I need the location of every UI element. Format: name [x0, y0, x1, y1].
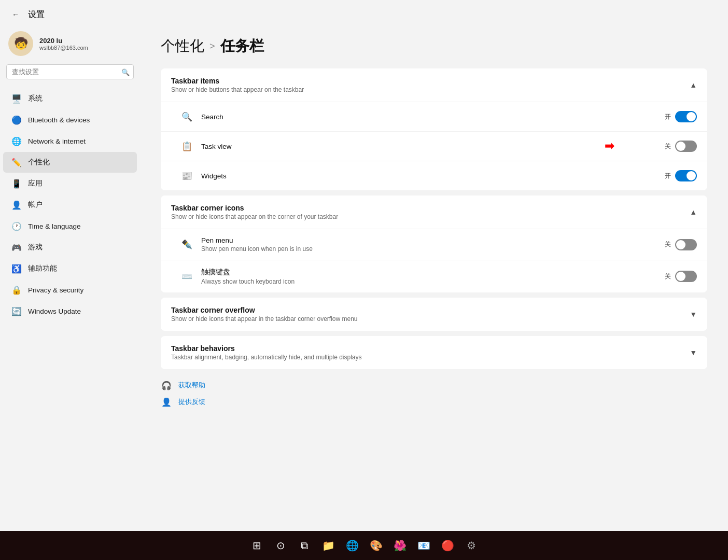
section-header-taskbar-corner-icons[interactable]: Taskbar corner icons Show or hide icons … — [161, 195, 707, 229]
apps-icon: 📱 — [11, 178, 22, 189]
chevron-taskbar-items: ▲ — [690, 81, 697, 89]
section-taskbar-corner-overflow: Taskbar corner overflow Show or hide ico… — [161, 298, 707, 331]
breadcrumb-sep: > — [209, 41, 215, 52]
nav-list: 🖥️ 系统 🔵 Bluetooth & devices 🌐 Network & … — [0, 88, 140, 322]
app-title: 设置 — [28, 9, 45, 20]
breadcrumb: 个性化 — [161, 36, 204, 56]
section-header-taskbar-behaviors[interactable]: Taskbar behaviors Taskbar alignment, bad… — [161, 336, 707, 369]
search-input[interactable] — [6, 64, 134, 79]
search-toggle-area: 开 — [665, 111, 697, 122]
help-link-feedback[interactable]: 👤 提供反馈 — [161, 396, 707, 408]
setting-item-taskview: 📋 Task view ➡ 关 — [161, 132, 707, 161]
pen-menu-icon: ✒️ — [179, 237, 194, 252]
section-title-taskbar-corner-icons: Taskbar corner icons — [171, 204, 338, 212]
accounts-icon: 👤 — [11, 200, 22, 210]
pen-menu-toggle-label: 关 — [665, 240, 671, 249]
pen-menu-toggle-area: 关 — [665, 239, 697, 250]
network-icon: 🌐 — [11, 136, 22, 146]
taskbar-icon-chrome-color[interactable]: 🎨 — [366, 535, 386, 556]
section-desc-taskbar-corner-overflow: Show or hide icons that appear in the ta… — [171, 315, 358, 323]
sections-container: Taskbar items Show or hide buttons that … — [161, 68, 707, 369]
section-items-taskbar-corner-icons: ✒️ Pen menu Show pen menu icon when pen … — [161, 229, 707, 292]
taskbar-icon-chrome[interactable]: 🔴 — [437, 535, 458, 556]
section-desc-taskbar-corner-icons: Show or hide icons that appear on the co… — [171, 213, 338, 220]
taskbar-icon-files[interactable]: 📁 — [318, 535, 339, 556]
sidebar-item-label: Bluetooth & devices — [28, 116, 90, 124]
pen-menu-label: Pen menu — [201, 236, 665, 244]
widgets-toggle-label: 开 — [665, 172, 671, 180]
widgets-icon: 📰 — [179, 169, 194, 183]
section-header-taskbar-corner-overflow[interactable]: Taskbar corner overflow Show or hide ico… — [161, 298, 707, 331]
personalization-icon: ✏️ — [11, 157, 22, 167]
sidebar-item-system[interactable]: 🖥️ 系统 — [3, 88, 137, 109]
setting-item-pen-menu: ✒️ Pen menu Show pen menu icon when pen … — [161, 229, 707, 260]
sidebar-item-privacy[interactable]: 🔒 Privacy & security — [3, 279, 137, 300]
title-bar: ← 设置 — [0, 0, 728, 26]
sidebar-item-accessibility[interactable]: ♿ 辅助功能 — [3, 258, 137, 279]
sidebar-item-label: 帐户 — [28, 200, 43, 209]
help-section: 🎧 获取帮助 👤 提供反馈 — [161, 380, 707, 408]
sidebar-item-gaming[interactable]: 🎮 游戏 — [3, 237, 137, 258]
sidebar-item-label: 系统 — [28, 94, 43, 103]
taskbar-icons: ⊞⊙⧉📁🌐🎨🌺📧🔴⚙ — [246, 535, 482, 556]
taskbar-icon-taskview[interactable]: ⧉ — [294, 535, 315, 556]
setting-item-search: 🔍 Search 开 — [161, 102, 707, 132]
touch-keyboard-sublabel: Always show touch keyboard icon — [201, 278, 665, 285]
sidebar-item-update[interactable]: 🔄 Windows Update — [3, 301, 137, 321]
feedback-label: 提供反馈 — [178, 397, 205, 407]
feedback-icon: 👤 — [161, 396, 172, 408]
taskbar-icon-edge[interactable]: 🌐 — [342, 535, 362, 556]
widgets-label: Widgets — [201, 172, 665, 180]
taskbar-icon-photos[interactable]: 🌺 — [389, 535, 410, 556]
time-icon: 🕐 — [11, 221, 22, 231]
search-toggle[interactable] — [675, 111, 697, 122]
user-section[interactable]: 🧒 2020 lu wslbb87@163.com — [0, 26, 140, 64]
sidebar-item-apps[interactable]: 📱 应用 — [3, 173, 137, 194]
system-icon: 🖥️ — [11, 93, 22, 104]
back-button[interactable]: ← — [8, 7, 23, 22]
user-email: wslbb87@163.com — [39, 45, 88, 51]
touch-keyboard-toggle-label: 关 — [665, 272, 671, 281]
sidebar-item-accounts[interactable]: 👤 帐户 — [3, 194, 137, 215]
sidebar-item-label: 辅助功能 — [28, 264, 57, 273]
touch-keyboard-toggle[interactable] — [675, 271, 697, 282]
update-icon: 🔄 — [11, 306, 22, 316]
setting-item-touch-keyboard: ⌨️ 触摸键盘 Always show touch keyboard icon … — [161, 260, 707, 292]
page-header: 个性化 > 任务栏 — [161, 36, 707, 56]
sidebar-item-label: Privacy & security — [28, 286, 83, 294]
taskbar-icon-search[interactable]: ⊙ — [270, 535, 291, 556]
taskview-label: Task view — [201, 143, 665, 150]
get-help-icon: 🎧 — [161, 380, 172, 391]
search-box: 🔍 — [6, 64, 134, 79]
setting-item-widgets: 📰 Widgets 开 — [161, 161, 707, 190]
pen-menu-sublabel: Show pen menu icon when pen is in use — [201, 245, 665, 253]
taskbar-icon-settings-gear[interactable]: ⚙ — [461, 535, 482, 556]
search-icon: 🔍 — [121, 68, 130, 76]
pen-menu-toggle[interactable] — [675, 239, 697, 250]
user-name: 2020 lu — [39, 37, 88, 45]
taskbar-icon-start[interactable]: ⊞ — [246, 535, 267, 556]
section-title-taskbar-behaviors: Taskbar behaviors — [171, 344, 362, 353]
sidebar-item-label: Network & internet — [28, 137, 86, 145]
help-link-get-help[interactable]: 🎧 获取帮助 — [161, 380, 707, 391]
section-header-taskbar-items[interactable]: Taskbar items Show or hide buttons that … — [161, 68, 707, 102]
taskview-toggle[interactable] — [675, 141, 697, 152]
chevron-taskbar-corner-icons: ▲ — [690, 208, 697, 216]
main-layout: 🧒 2020 lu wslbb87@163.com 🔍 🖥️ 系统 🔵 Blue… — [0, 26, 728, 531]
taskbar: ⊞⊙⧉📁🌐🎨🌺📧🔴⚙ — [0, 531, 728, 560]
sidebar-item-network[interactable]: 🌐 Network & internet — [3, 131, 137, 151]
sidebar-item-label: Time & language — [28, 222, 81, 230]
chevron-taskbar-behaviors: ▼ — [690, 348, 697, 357]
taskview-toggle-label: 关 — [665, 142, 671, 151]
sidebar-item-bluetooth[interactable]: 🔵 Bluetooth & devices — [3, 109, 137, 130]
section-taskbar-corner-icons: Taskbar corner icons Show or hide icons … — [161, 195, 707, 292]
gaming-icon: 🎮 — [11, 242, 22, 253]
taskview-toggle-area: 关 — [665, 141, 697, 152]
widgets-toggle-area: 开 — [665, 170, 697, 181]
sidebar-item-time[interactable]: 🕐 Time & language — [3, 216, 137, 236]
sidebar-item-personalization[interactable]: ✏️ 个性化 — [3, 152, 137, 173]
section-items-taskbar-items: 🔍 Search 开 — [161, 102, 707, 190]
taskbar-icon-mail[interactable]: 📧 — [413, 535, 434, 556]
section-desc-taskbar-items: Show or hide buttons that appear on the … — [171, 86, 304, 93]
widgets-toggle[interactable] — [675, 170, 697, 181]
